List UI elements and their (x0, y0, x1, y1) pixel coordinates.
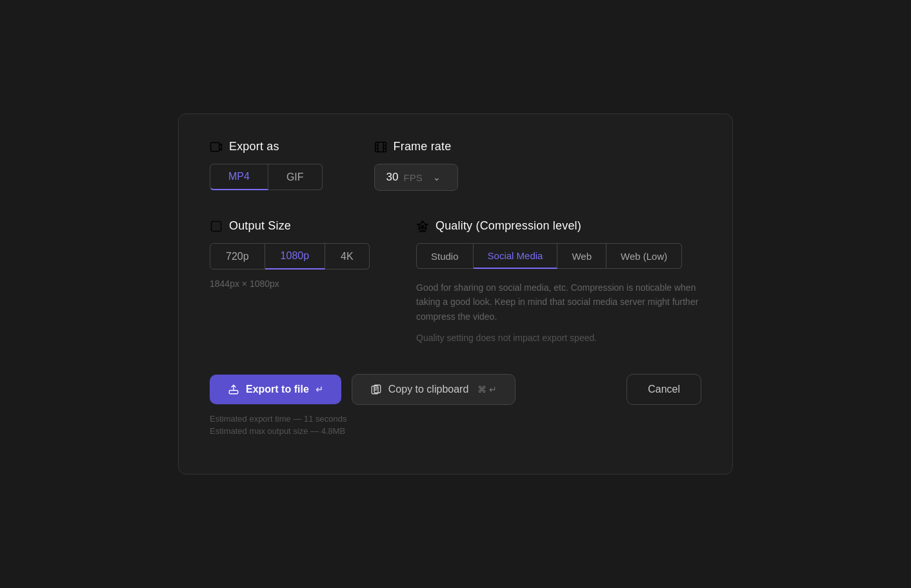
export-as-label: Export as (229, 140, 279, 153)
format-tabs: MP4 GIF (210, 164, 323, 190)
svg-rect-0 (211, 142, 219, 151)
svg-point-4 (422, 225, 424, 227)
quality-tab-web[interactable]: Web (557, 243, 606, 269)
output-size-header: Output Size (210, 219, 377, 233)
size-tabs: 720p 1080p 4K (210, 243, 377, 270)
export-dialog: Export as MP4 GIF Frame rate 30 FPS ⌄ (178, 113, 733, 475)
size-tab-1080p[interactable]: 1080p (265, 243, 326, 270)
export-as-header: Export as (210, 140, 323, 153)
frame-rate-section: Frame rate 30 FPS ⌄ (374, 140, 458, 191)
bottom-info: Estimated export time — 11 seconds Estim… (210, 414, 701, 436)
quality-tab-web-low[interactable]: Web (Low) (606, 243, 682, 269)
output-size-section: Output Size 720p 1080p 4K 1844px × 1080p… (210, 219, 377, 343)
size-tab-720p[interactable]: 720p (210, 243, 265, 270)
chevron-down-icon: ⌄ (433, 172, 441, 182)
fps-value: 30 (386, 171, 399, 184)
fps-unit: FPS (404, 172, 423, 183)
quality-header: Quality (Compression level) (416, 219, 701, 233)
top-row: Export as MP4 GIF Frame rate 30 FPS ⌄ (210, 140, 701, 191)
export-as-section: Export as MP4 GIF (210, 140, 323, 191)
format-tab-gif[interactable]: GIF (268, 164, 323, 190)
estimate-size: Estimated max output size — 4.8MB (210, 426, 701, 436)
cancel-button[interactable]: Cancel (626, 374, 701, 405)
svg-rect-1 (375, 142, 386, 152)
format-tab-mp4[interactable]: MP4 (210, 164, 268, 190)
film-icon (374, 141, 387, 153)
video-icon (210, 141, 223, 153)
output-size-label: Output Size (229, 219, 291, 233)
dimensions-info: 1844px × 1080px (210, 279, 377, 289)
copy-to-clipboard-label: Copy to clipboard (388, 384, 469, 395)
quality-tab-studio[interactable]: Studio (416, 243, 474, 269)
quality-section: Quality (Compression level) Studio Socia… (416, 219, 701, 343)
clipboard-shortcut: ⌘ ↵ (477, 384, 497, 395)
export-to-file-label: Export to file (246, 384, 309, 395)
upload-icon (228, 384, 239, 395)
quality-tab-social-media[interactable]: Social Media (474, 243, 558, 269)
svg-rect-5 (229, 391, 238, 394)
output-size-icon (210, 220, 223, 233)
export-to-file-button[interactable]: Export to file ↵ (210, 375, 341, 404)
estimate-time: Estimated export time — 11 seconds (210, 414, 701, 424)
copy-to-clipboard-button[interactable]: Copy to clipboard ⌘ ↵ (352, 374, 516, 405)
frame-rate-label: Frame rate (394, 140, 452, 153)
quality-note: Quality setting does not impact export s… (416, 333, 701, 343)
quality-description: Good for sharing on social media, etc. C… (416, 280, 701, 324)
quality-tabs: Studio Social Media Web Web (Low) (416, 243, 701, 269)
svg-rect-2 (212, 221, 221, 231)
middle-row: Output Size 720p 1080p 4K 1844px × 1080p… (210, 219, 701, 343)
export-shortcut: ↵ (315, 384, 323, 395)
clipboard-icon (370, 384, 382, 395)
quality-icon (416, 220, 429, 233)
quality-label: Quality (Compression level) (435, 219, 581, 233)
size-tab-4k[interactable]: 4K (325, 243, 370, 270)
fps-dropdown[interactable]: 30 FPS ⌄ (374, 164, 458, 191)
frame-rate-header: Frame rate (374, 140, 458, 153)
bottom-row: Export to file ↵ Copy to clipboard ⌘ ↵ C… (210, 374, 701, 405)
